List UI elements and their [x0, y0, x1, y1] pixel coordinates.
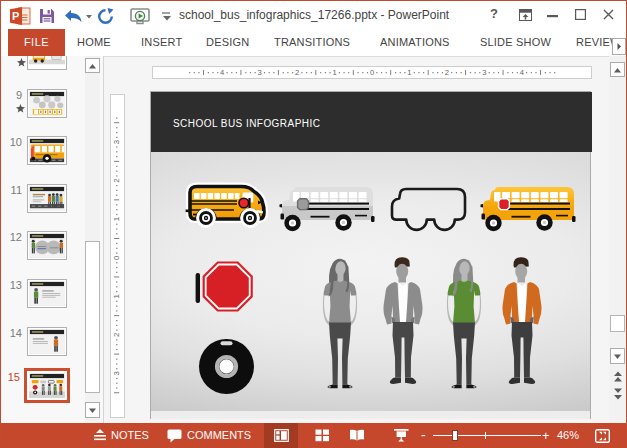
svg-text:4: 4 — [520, 68, 525, 77]
svg-text:2: 2 — [295, 68, 299, 77]
svg-text:1: 1 — [112, 217, 121, 221]
svg-text:3: 3 — [258, 68, 262, 77]
svg-text:1: 1 — [332, 68, 336, 77]
svg-text:2: 2 — [112, 178, 121, 182]
svg-text:2: 2 — [445, 68, 449, 77]
svg-text:2: 2 — [112, 333, 121, 337]
svg-text:4: 4 — [220, 68, 225, 77]
svg-text:1: 1 — [112, 294, 121, 298]
svg-text:0: 0 — [112, 255, 121, 260]
svg-text:3: 3 — [482, 68, 486, 77]
svg-text:3: 3 — [112, 140, 121, 144]
svg-text:1: 1 — [407, 68, 411, 77]
svg-text:0: 0 — [370, 68, 374, 77]
svg-text:3: 3 — [112, 371, 121, 375]
svg-text:P: P — [12, 10, 19, 22]
